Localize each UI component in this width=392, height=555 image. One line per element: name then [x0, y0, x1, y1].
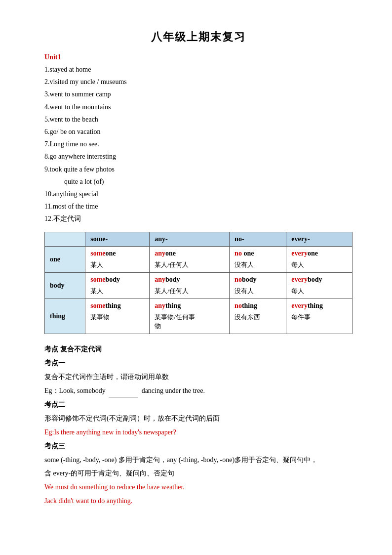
list-item: 5.went to the beach	[44, 113, 353, 126]
list-item: quite a lot (of)	[64, 175, 353, 188]
table-cell-anybody: anybody 某人/任何人	[150, 273, 230, 299]
meaning-everyone: 每人	[291, 261, 304, 268]
meaning-nothing: 没有东西	[235, 313, 260, 321]
word-nobody: nobody	[235, 276, 281, 284]
word-noone: no one	[235, 250, 281, 257]
word-anybody: anybody	[155, 276, 224, 284]
meaning-anyone: 某人/任何人	[155, 261, 189, 268]
eg-prefix: Eg：Look, somebody	[44, 387, 107, 394]
table-row: thing something 某事物 anything 某事物/任何事物 no…	[45, 299, 353, 334]
row-label-body: body	[45, 273, 85, 299]
kaodian3-body1: some (-thing, -body, -one) 多用于肯定句，any (-…	[44, 454, 353, 467]
kaodian3-title: 考点三	[44, 440, 353, 453]
meaning-someone: 某人	[90, 261, 103, 268]
pronoun-table: some- any- no- every- one someone 某人 any…	[44, 232, 353, 334]
meaning-everything: 每件事	[291, 313, 311, 321]
table-cell-everything: everything 每件事	[286, 299, 353, 334]
table-cell-everyone: everyone 每人	[286, 247, 353, 273]
eg-suffix: dancing under the tree.	[140, 387, 205, 394]
table-row: body somebody 某人 anybody 某人/任何人 nobody 没…	[45, 273, 353, 299]
kaodian1-body: 复合不定代词作主语时，谓语动词用单数	[44, 371, 353, 384]
list-item: 1.stayed at home	[44, 63, 353, 76]
table-header-no: no-	[230, 232, 286, 247]
word-someone: someone	[90, 250, 144, 257]
meaning-somebody: 某人	[90, 287, 103, 295]
table-header-empty	[45, 232, 85, 247]
row-label-thing: thing	[45, 299, 85, 334]
list-item: 12.不定代词	[44, 213, 353, 225]
list-item: 3.went to summer camp	[44, 88, 353, 100]
word-everybody: everybody	[291, 276, 347, 284]
list-item: 2.visited my uncle / museums	[44, 76, 353, 88]
kaodian1-title: 考点一	[44, 357, 353, 370]
table-cell-somebody: somebody 某人	[85, 273, 150, 299]
kaodian3-eg1: We must do something to reduce the haze …	[44, 481, 353, 494]
table-row: one someone 某人 anyone 某人/任何人 no one 没有人 …	[45, 247, 353, 273]
table-header-row: some- any- no- every-	[45, 232, 353, 247]
vocab-list: 1.stayed at home 2.visited my uncle / mu…	[44, 63, 353, 225]
blank-fill	[109, 397, 138, 397]
word-somebody: somebody	[90, 276, 144, 284]
word-everything: everything	[291, 302, 347, 310]
list-item: 6.go/ be on vacation	[44, 126, 353, 138]
table-cell-nobody: nobody 没有人	[230, 273, 286, 299]
meaning-noone: 没有人	[235, 261, 254, 268]
list-item: 9.took quite a few photos	[44, 163, 353, 175]
notes-section: 考点 复合不定代词 考点一 复合不定代词作主语时，谓语动词用单数 Eg：Look…	[44, 343, 353, 508]
meaning-anything: 某事物/任何事物	[155, 313, 195, 330]
kaodian2-body: 形容词修饰不定代词(不定副词）时，放在不定代词的后面	[44, 412, 353, 425]
word-something: something	[90, 302, 144, 310]
word-nothing: nothing	[235, 302, 281, 310]
kaodian3-eg2: Jack didn't want to do anything.	[44, 495, 353, 508]
list-item: 8.go anywhere interesting	[44, 150, 353, 163]
list-item: 11.most of the time	[44, 200, 353, 213]
table-cell-nothing: nothing 没有东西	[230, 299, 286, 334]
table-header-every: every-	[286, 232, 353, 247]
meaning-something: 某事物	[90, 313, 110, 321]
table-cell-someone: someone 某人	[85, 247, 150, 273]
meaning-nobody: 没有人	[235, 287, 254, 295]
meaning-everybody: 每人	[291, 287, 304, 295]
table-cell-everybody: everybody 每人	[286, 273, 353, 299]
table-header-any: any-	[150, 232, 230, 247]
table-cell-anything: anything 某事物/任何事物	[150, 299, 230, 334]
word-everyone: everyone	[291, 250, 347, 257]
page-title: 八年级上期末复习	[44, 30, 353, 44]
list-item: 7.Long time no see.	[44, 138, 353, 150]
kaodian1-eg: Eg：Look, somebody dancing under the tree…	[44, 384, 353, 397]
kaodian3-body2: 含 every-的可用于肯定句、疑问向、否定句	[44, 467, 353, 480]
row-label-one: one	[45, 247, 85, 273]
table-header-some: some-	[85, 232, 150, 247]
table-cell-anyone: anyone 某人/任何人	[150, 247, 230, 273]
kaodian2-eg: Eg:Is there anything new in today's news…	[44, 426, 353, 439]
list-item: 10.anything special	[44, 188, 353, 200]
word-anyone: anyone	[155, 250, 224, 257]
kaodian2-title: 考点二	[44, 398, 353, 411]
notes-intro: 考点 复合不定代词	[44, 343, 353, 356]
table-cell-noone: no one 没有人	[230, 247, 286, 273]
list-item: 4.went to the mountains	[44, 101, 353, 113]
word-anything: anything	[155, 302, 224, 310]
unit-label: Unit1	[44, 53, 353, 61]
table-cell-something: something 某事物	[85, 299, 150, 334]
meaning-anybody: 某人/任何人	[155, 287, 189, 295]
